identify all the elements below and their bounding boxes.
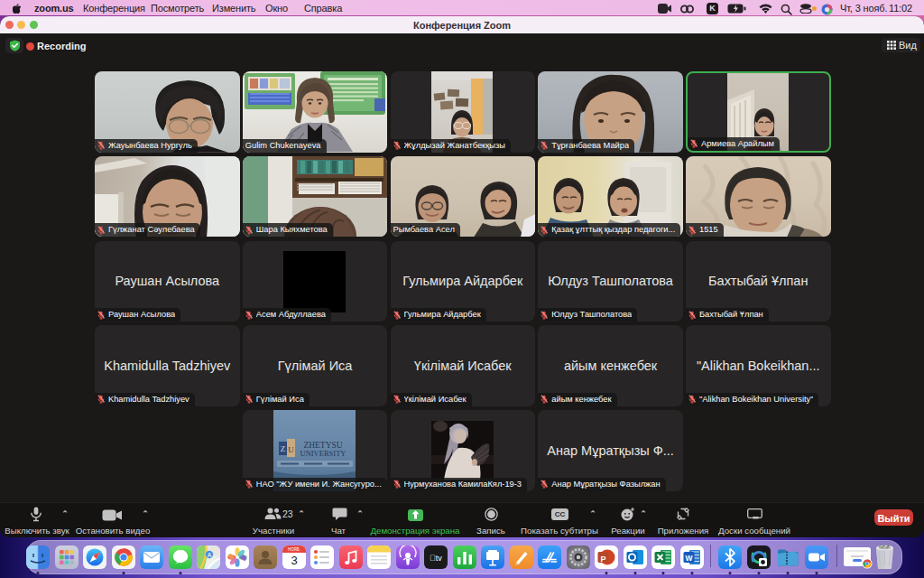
svg-text:A: A — [208, 552, 212, 558]
svg-text:U: U — [289, 445, 295, 454]
svg-text:P: P — [600, 554, 605, 563]
svg-text:UNIVERSITY: UNIVERSITY — [300, 449, 346, 458]
svg-text:Z: Z — [281, 444, 286, 453]
svg-text:3: 3 — [291, 554, 297, 567]
svg-text:НОЯБ.: НОЯБ. — [287, 547, 300, 552]
svg-text:tv: tv — [430, 554, 442, 563]
svg-text:W: W — [685, 554, 693, 563]
